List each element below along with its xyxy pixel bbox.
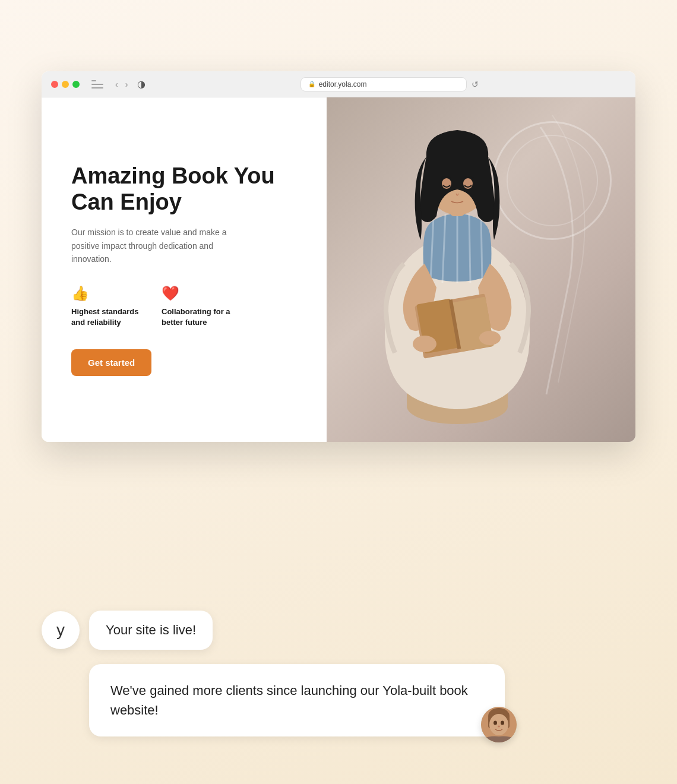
get-started-button[interactable]: Get started — [71, 349, 151, 376]
svg-point-11 — [413, 336, 436, 352]
refresh-button[interactable]: ↺ — [472, 80, 479, 89]
svg-point-22 — [493, 721, 497, 725]
feature-item-standards: 👍 Highest standards and reliability — [71, 285, 143, 328]
person-illustration — [327, 97, 635, 442]
forward-button[interactable]: › — [123, 78, 131, 90]
brightness-icon: ◑ — [137, 78, 145, 90]
address-bar-wrapper: 🔒 editor.yola.com ↺ — [153, 77, 626, 91]
svg-point-24 — [498, 726, 500, 728]
chat-bubble-2-text: We've gained more clients since launchin… — [110, 683, 468, 717]
sidebar-toggle-icon[interactable] — [91, 80, 103, 88]
hero-description: Our mission is to create value and make … — [71, 226, 238, 265]
feature-label-standards: Highest standards and reliability — [71, 306, 143, 328]
yola-avatar: y — [42, 611, 80, 649]
website-content: Amazing Book You Can Enjoy Our mission i… — [42, 97, 635, 442]
nav-arrows: ‹ › — [113, 78, 130, 90]
features-row: 👍 Highest standards and reliability ❤️ C… — [71, 285, 297, 328]
svg-point-12 — [479, 331, 501, 345]
hero-title: Amazing Book You Can Enjoy — [71, 163, 297, 215]
svg-point-21 — [489, 714, 508, 735]
hero-image — [327, 97, 635, 442]
svg-line-5 — [469, 214, 470, 283]
svg-point-23 — [501, 721, 504, 725]
traffic-lights — [51, 81, 80, 88]
lock-icon: 🔒 — [308, 81, 315, 87]
chat-bubble-1: Your site is live! — [89, 611, 213, 650]
chat-row-1: y Your site is live! — [42, 611, 635, 650]
browser-window: ‹ › ◑ 🔒 editor.yola.com ↺ Amazing Book Y… — [42, 71, 635, 442]
chat-bubble-2: We've gained more clients since launchin… — [89, 664, 505, 736]
hero-right-panel — [327, 97, 635, 442]
close-button[interactable] — [51, 81, 58, 88]
thumbs-up-icon: 👍 — [71, 285, 143, 302]
feature-item-collaborating: ❤️ Collaborating for a better future — [162, 285, 233, 328]
minimize-button[interactable] — [62, 81, 69, 88]
user-avatar-svg — [481, 707, 517, 742]
back-button[interactable]: ‹ — [113, 78, 121, 90]
feature-label-collaborating: Collaborating for a better future — [162, 306, 233, 328]
maximize-button[interactable] — [72, 81, 80, 88]
address-bar[interactable]: 🔒 editor.yola.com — [300, 77, 467, 91]
heart-icon: ❤️ — [162, 285, 233, 302]
hero-left-panel: Amazing Book You Can Enjoy Our mission i… — [42, 97, 327, 442]
url-text: editor.yola.com — [319, 80, 367, 88]
chat-section: y Your site is live! We've gained more c… — [42, 611, 635, 736]
user-avatar — [481, 707, 517, 742]
chat-row-2: We've gained more clients since launchin… — [89, 664, 635, 736]
yola-avatar-letter: y — [56, 621, 65, 640]
chat-bubble-1-text: Your site is live! — [106, 622, 196, 637]
browser-toolbar: ‹ › ◑ 🔒 editor.yola.com ↺ — [42, 71, 635, 97]
svg-line-6 — [481, 216, 482, 282]
